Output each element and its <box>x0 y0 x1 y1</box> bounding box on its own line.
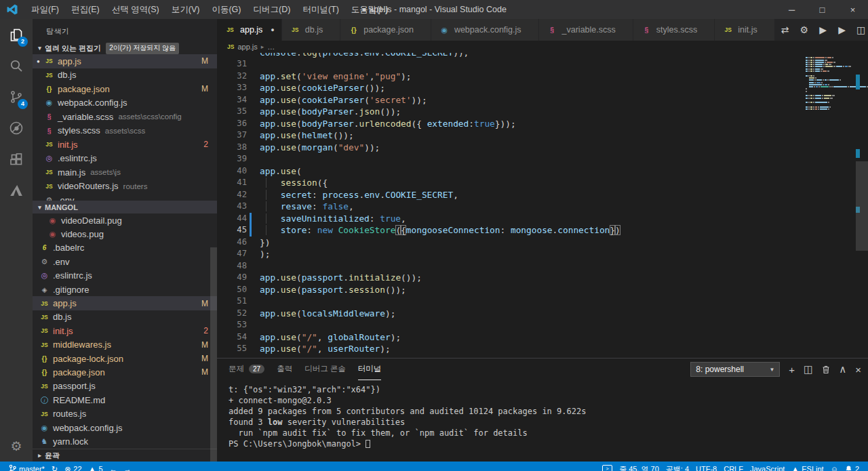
terminal-output[interactable]: t: {"os":"win32","arch":"x64"})+ connect… <box>217 380 868 462</box>
sidebar-scrollbar[interactable] <box>210 247 217 462</box>
status-language-mode[interactable]: JavaScript <box>747 462 788 471</box>
activity-extensions-icon[interactable] <box>0 144 33 175</box>
tab-init.js[interactable]: JSinit.js <box>715 19 774 41</box>
status-eol[interactable]: CRLF <box>720 462 747 471</box>
settings-gear-icon[interactable]: ⚙ <box>795 24 814 35</box>
tree-item-.gitignore[interactable]: ◈.gitignore <box>33 283 217 296</box>
menu-보기V[interactable]: 보기(V) <box>165 0 206 19</box>
code-editor[interactable]: console.log(process.env.COOKIE_SECRET));… <box>217 53 803 358</box>
run-icon[interactable]: ▶ <box>814 24 833 35</box>
code-line-31: 31 <box>217 58 803 70</box>
menu-이동G[interactable]: 이동(G) <box>205 0 247 19</box>
panel-tab-출력[interactable]: 출력 <box>277 359 292 380</box>
open-editor-videoRouters.js[interactable]: JSvideoRouters.jsrouters <box>33 180 217 194</box>
menu-파일F[interactable]: 파일(F) <box>25 0 65 19</box>
open-editor-styles.scss[interactable]: §styles.scssassets\scss <box>33 124 217 138</box>
tree-item-app.js[interactable]: JSapp.jsM <box>33 296 217 310</box>
folder-section-header[interactable]: ▾ MANGOL <box>33 201 217 213</box>
terminal-line: found 3 low severity vulnerabilities <box>229 417 868 428</box>
editor-scrollbar[interactable] <box>856 161 868 251</box>
status-problems-warnings[interactable]: ▲5 <box>85 462 106 471</box>
open-editor-.eslintrc.js[interactable]: ◎.eslintrc.js <box>33 152 217 166</box>
manage-gear-icon[interactable]: ⚙ <box>0 430 33 462</box>
line-number: 54 <box>217 331 247 344</box>
tree-item-routes.js[interactable]: JSroutes.js <box>33 407 217 420</box>
status-git-branch[interactable]: master* <box>5 462 48 471</box>
breadcrumb-symbol[interactable]: … <box>267 43 275 51</box>
open-editor-package.json[interactable]: {}package.jsonM <box>33 82 217 96</box>
maximize-button[interactable]: □ <box>807 0 837 19</box>
status-encoding[interactable]: UTF-8 <box>692 462 720 471</box>
status-eslint-status[interactable]: ▲ESLint <box>788 462 827 471</box>
chevron-right-icon: ▸ <box>261 43 264 50</box>
tree-item-webpack.config.js[interactable]: ◉webpack.config.js <box>33 421 217 434</box>
tree-item-videoDetail.pug[interactable]: ◉videoDetail.pug <box>33 213 217 227</box>
open-editor-app.js[interactable]: ●JSapp.jsM <box>33 54 217 68</box>
split-terminal-icon[interactable]: ◫ <box>804 363 813 375</box>
editor-area: JSapp.js●JSdb.js{}package.json◉webpack.c… <box>217 19 868 462</box>
tree-item-passport.js[interactable]: JSpassport.js <box>33 380 217 393</box>
activity-source-control-icon[interactable]: 4 <box>0 81 33 112</box>
status-feedback-smiley[interactable]: ☺ <box>827 462 842 471</box>
tree-item-.eslintrc.js[interactable]: ◎.eslintrc.js <box>33 269 217 283</box>
new-terminal-icon[interactable]: + <box>789 363 795 375</box>
menu-편집E[interactable]: 편집(E) <box>65 0 106 19</box>
open-editors-header[interactable]: ▾ 열려 있는 편집기 2이(가) 저장되지 않음 <box>33 42 217 54</box>
maximize-panel-icon[interactable]: ∧ <box>839 363 846 375</box>
open-changes-icon[interactable]: ⇄ <box>776 24 795 35</box>
tab-db.js[interactable]: JSdb.js <box>282 19 340 41</box>
panel-tab-문제[interactable]: 문제27 <box>229 359 264 380</box>
tree-item-package-lock.json[interactable]: {}package-lock.jsonM <box>33 352 217 365</box>
status-notifications-bell[interactable]: 2 <box>842 462 863 471</box>
minimap[interactable] <box>803 53 854 358</box>
tab-webpack.config.js[interactable]: ◉webpack.config.js <box>431 19 539 41</box>
code-text: app.use(bodyParser.json()); <box>260 106 401 118</box>
menu-디버그D[interactable]: 디버그(D) <box>248 0 297 19</box>
outline-section-header[interactable]: ▸ 윤곽 <box>33 449 217 462</box>
tree-item-package.json[interactable]: {}package.jsonM <box>33 365 217 379</box>
minimize-button[interactable]: ─ <box>776 0 807 19</box>
status-nav-back[interactable]: ← <box>106 462 121 471</box>
menu-터미널T[interactable]: 터미널(T) <box>296 0 344 19</box>
tab-app.js[interactable]: JSapp.js● <box>217 19 282 41</box>
status-cursor-position[interactable]: 줄 45, 열 70 <box>616 462 663 471</box>
tree-item-yarn.lock[interactable]: ♞yarn.lock <box>33 434 217 448</box>
status-nav-forward[interactable]: → <box>121 462 135 471</box>
panel-tab-디버그 콘솔[interactable]: 디버그 콘솔 <box>304 359 346 380</box>
kill-terminal-icon[interactable] <box>822 363 830 375</box>
status-indentation[interactable]: 공백: 4 <box>663 462 692 471</box>
status-terminal-indicator[interactable]: > <box>599 462 616 471</box>
open-editor-db.js[interactable]: JSdb.js <box>33 68 217 83</box>
tree-item-.env[interactable]: ⚙.env <box>33 255 217 268</box>
tree-item-middlewares.js[interactable]: JSmiddlewares.jsM <box>33 338 217 352</box>
activity-explorer-icon[interactable]: 2 <box>0 19 33 50</box>
tab-_variable.scss[interactable]: §_variable.scss <box>539 19 633 41</box>
menu-선택 영역S[interactable]: 선택 영역(S) <box>106 0 165 19</box>
tree-item-.babelrc[interactable]: 6.babelrc <box>33 241 217 255</box>
open-editor-.env[interactable]: ⚙.env <box>33 193 217 201</box>
open-editor-main.js[interactable]: JSmain.jsassets\js <box>33 165 217 180</box>
tab-styles.scss[interactable]: §styles.scss <box>633 19 715 41</box>
activity-azure-icon[interactable] <box>0 175 33 206</box>
status-sync[interactable]: ↻ <box>48 462 61 471</box>
open-editor-init.js[interactable]: JSinit.js2 <box>33 138 217 152</box>
panel-tab-터미널[interactable]: 터미널 <box>358 359 382 380</box>
tree-item-init.js[interactable]: JSinit.js2 <box>33 324 217 337</box>
tree-item-README.md[interactable]: iREADME.md <box>33 393 217 407</box>
close-panel-icon[interactable]: × <box>855 363 861 375</box>
tab-package.json[interactable]: {}package.json <box>340 19 431 41</box>
breadcrumb-file[interactable]: app.js <box>237 43 257 51</box>
pug-file-icon: ◉ <box>46 216 59 225</box>
activity-debug-icon[interactable] <box>0 112 33 144</box>
run-secondary-icon[interactable]: ▶ <box>833 24 852 35</box>
split-editor-icon[interactable]: ◫ <box>852 24 868 35</box>
tree-item-db.js[interactable]: JSdb.js <box>33 310 217 324</box>
activity-search-icon[interactable] <box>0 50 33 81</box>
open-editor-webpack.config.js[interactable]: ◉webpack.config.js <box>33 96 217 110</box>
tree-item-videos.pug[interactable]: ◉videos.pug <box>33 227 217 241</box>
close-button[interactable]: × <box>837 0 868 19</box>
open-editor-_variable.scss[interactable]: §_variable.scssassets\scss\config <box>33 110 217 124</box>
status-problems-errors[interactable]: ⊗22 <box>61 462 85 471</box>
terminal-line: run `npm audit fix` to fix them, or `npm… <box>229 428 868 438</box>
terminal-select[interactable]: 8: powershell ▼ <box>690 362 780 377</box>
